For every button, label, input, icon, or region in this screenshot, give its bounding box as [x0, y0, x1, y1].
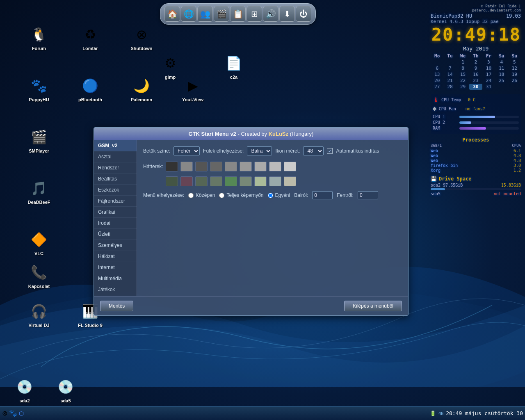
- auto-start-checkbox[interactable]: ✓: [327, 148, 333, 154]
- lomtar-label: Lomtár: [82, 46, 98, 51]
- bg-swatch-7[interactable]: [254, 162, 267, 171]
- process-row: Xorg1.2: [431, 168, 521, 173]
- desktop-icon-sda5[interactable]: 💿 sda5: [49, 377, 82, 404]
- desktop-icon-virtualdj[interactable]: 🎧 Virtual DJ: [23, 301, 55, 328]
- cal-day-9: 9: [469, 65, 482, 71]
- proc-name: Xorg: [431, 168, 441, 173]
- puppy-icon[interactable]: 🐾: [9, 409, 17, 417]
- internet-taskbar-btn[interactable]: 🌐: [181, 6, 196, 22]
- lomtar-icon: ♻: [80, 25, 100, 44]
- sidebar-item-halozat[interactable]: Hálózat: [94, 251, 137, 262]
- grid-taskbar-btn[interactable]: ⊞: [247, 6, 262, 22]
- desktop-icon-vlc[interactable]: 🔶 VLC: [23, 230, 55, 256]
- deadbeef-icon: 🎵: [29, 178, 49, 198]
- bg-swatch-11[interactable]: [180, 176, 193, 186]
- sidebar-item-grafikai[interactable]: Grafikai: [94, 207, 137, 218]
- desktop-icon-sda2[interactable]: 💿 sda2: [8, 377, 41, 404]
- bg-swatch-9[interactable]: [284, 162, 296, 171]
- gimp-icon: ⚙: [160, 53, 180, 73]
- media-taskbar-btn[interactable]: 🎬: [214, 6, 229, 22]
- sidebar-item-beallitas[interactable]: Beállítás: [94, 173, 137, 185]
- desktop-icon-lomtar[interactable]: ♻ Lomtár: [74, 25, 107, 51]
- cal-day-21: 21: [443, 78, 456, 84]
- bg-swatch-2[interactable]: [180, 162, 193, 171]
- bg-swatch-4[interactable]: [210, 162, 222, 171]
- desktop-icon-forum[interactable]: 🐧 Fórum: [23, 25, 55, 51]
- sda5-icon: 💿: [56, 377, 75, 397]
- calendar-month: May 2019: [431, 46, 521, 52]
- bg-label: Hátterek:: [143, 164, 163, 169]
- radio-kozepen-input[interactable]: [188, 193, 194, 198]
- bg-swatch-17[interactable]: [269, 176, 281, 186]
- desktop-icon-c2a[interactable]: 📄 c2a: [217, 53, 250, 80]
- vlc-label: VLC: [34, 251, 43, 256]
- desktop-icon-deadbeef[interactable]: 🎵 DeaDBeeF: [23, 178, 55, 205]
- bg-swatch-10[interactable]: [166, 176, 178, 186]
- desktop-icon-smplayer[interactable]: 🎬 SMPlayer: [23, 127, 55, 154]
- bg-swatch-3[interactable]: [195, 162, 208, 171]
- radio-egyeni-input[interactable]: [268, 193, 273, 198]
- exit-button[interactable]: Kilépés a menüből: [344, 301, 402, 311]
- desktop-icon-palemoon[interactable]: 🌙 Palemoon: [125, 76, 158, 103]
- sidebar-item-jatekok[interactable]: Játékok: [94, 284, 137, 295]
- tab-pos-select[interactable]: Balra: [247, 146, 272, 155]
- sidebar-item-fajlrendszer[interactable]: Fájlrendszer: [94, 196, 137, 207]
- network-icon[interactable]: ⊗: [2, 409, 7, 417]
- sidebar-item-uzleti[interactable]: Üzleti: [94, 229, 137, 240]
- bluetooth-taskbar-icon[interactable]: ⬡: [19, 410, 24, 417]
- bg-swatch-14[interactable]: [225, 176, 237, 186]
- sda2-label: sda2: [19, 398, 30, 404]
- bg-swatch-12[interactable]: [195, 176, 208, 186]
- file-taskbar-btn[interactable]: 📋: [230, 6, 246, 22]
- bg-swatch-16[interactable]: [254, 176, 267, 186]
- bg-swatch-5[interactable]: [225, 162, 237, 171]
- calendar-week-row: 6789101112: [431, 65, 521, 71]
- bg-swatch-15[interactable]: [240, 176, 252, 186]
- radio-teljes[interactable]: Teljes képernyőn: [219, 192, 263, 198]
- bg-swatch-18[interactable]: [284, 176, 296, 186]
- cal-day-11: 11: [495, 65, 508, 71]
- home-taskbar-btn[interactable]: 🏠: [164, 6, 180, 22]
- bg-swatch-1[interactable]: [166, 162, 178, 171]
- top-input[interactable]: 0: [358, 191, 378, 199]
- smplayer-icon: 🎬: [29, 127, 49, 147]
- sidebar-item-gsm_v2[interactable]: GSM_v2: [94, 140, 137, 151]
- sidebar-item-multimedia[interactable]: Multimédia: [94, 273, 137, 284]
- sidebar-item-eszkozok[interactable]: Eszközök: [94, 185, 137, 196]
- desktop-icon-pbluetooth[interactable]: 🔵 pBluetooth: [74, 76, 107, 103]
- taskbar-left: ⊗ 🐾 ⬡: [2, 409, 24, 417]
- save-button[interactable]: Mentés: [100, 301, 133, 311]
- bg-swatch-8[interactable]: [269, 162, 281, 171]
- calendar-week-row: 2728293031: [431, 84, 521, 90]
- battery-icon: 🔋: [430, 411, 436, 416]
- sidebar-item-rendszer[interactable]: Rendszer: [94, 162, 137, 173]
- desktop-icon-puppyhu[interactable]: 🐾 PuppyHU: [23, 76, 55, 103]
- audio-taskbar-btn[interactable]: 🔊: [263, 6, 278, 22]
- power-taskbar-btn[interactable]: ⏻: [296, 6, 311, 22]
- users-taskbar-btn[interactable]: 👥: [197, 6, 213, 22]
- radio-kozepen[interactable]: Középen: [188, 192, 215, 198]
- proc-cpu: 3.0: [514, 163, 521, 168]
- forum-icon: 🐧: [29, 25, 49, 44]
- sidebar-item-irodai[interactable]: Irodai: [94, 218, 137, 229]
- desktop-icon-kapcsolat[interactable]: 📞 Kapcsolat: [23, 262, 55, 289]
- cal-day-26: 26: [508, 78, 521, 84]
- desktop-icon-youtview[interactable]: ▶ Yout-View: [176, 76, 209, 103]
- drive-icon: 💾: [431, 176, 437, 182]
- radio-teljes-input[interactable]: [219, 193, 224, 198]
- sidebar-item-szemelyes[interactable]: Személyes: [94, 240, 137, 251]
- copyright-text: © Petér Cul Ride | petercu.deviantart.co…: [431, 4, 521, 12]
- left-input[interactable]: 0: [312, 191, 333, 199]
- desktop-icon-shutdown[interactable]: ⊗ Shutdown: [125, 25, 158, 51]
- sidebar-item-internet[interactable]: Internet: [94, 262, 137, 273]
- proc-col-cpu: CPU%: [512, 144, 521, 148]
- bottom-drives: 💿 sda2 💿 sda5: [8, 377, 82, 404]
- radio-egyeni[interactable]: Egyéni: [268, 192, 290, 198]
- cal-day-6: 6: [431, 65, 443, 71]
- bg-swatch-13[interactable]: [210, 176, 222, 186]
- icon-size-select[interactable]: 48: [303, 146, 324, 155]
- bg-swatch-6[interactable]: [240, 162, 252, 171]
- sidebar-item-asztal[interactable]: Asztal: [94, 151, 137, 162]
- download-taskbar-btn[interactable]: ⬇: [279, 6, 295, 22]
- font-color-select[interactable]: Fehér: [173, 146, 200, 155]
